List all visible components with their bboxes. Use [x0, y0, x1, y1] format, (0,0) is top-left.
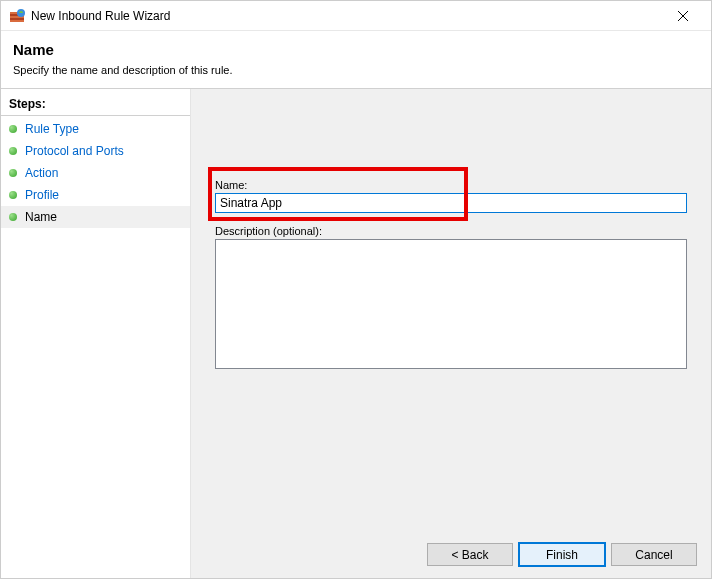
bullet-icon — [9, 213, 17, 221]
wizard-buttons: < Back Finish Cancel — [427, 543, 697, 566]
step-label: Name — [25, 210, 57, 224]
main-panel: Name: Description (optional): < Back Fin… — [191, 89, 711, 579]
step-label: Rule Type — [25, 122, 79, 136]
finish-button[interactable]: Finish — [519, 543, 605, 566]
bullet-icon — [9, 125, 17, 133]
step-action[interactable]: Action — [1, 162, 190, 184]
step-name[interactable]: Name — [1, 206, 190, 228]
firewall-icon — [9, 8, 25, 24]
step-label: Action — [25, 166, 58, 180]
window-title: New Inbound Rule Wizard — [31, 9, 663, 23]
cancel-button[interactable]: Cancel — [611, 543, 697, 566]
page-title: Name — [13, 41, 699, 58]
step-label: Protocol and Ports — [25, 144, 124, 158]
titlebar: New Inbound Rule Wizard — [1, 1, 711, 31]
bullet-icon — [9, 191, 17, 199]
description-input[interactable] — [215, 239, 687, 369]
page-subtitle: Specify the name and description of this… — [13, 64, 699, 76]
steps-heading: Steps: — [1, 93, 190, 116]
name-input[interactable] — [215, 193, 687, 213]
close-icon — [678, 11, 688, 21]
bullet-icon — [9, 169, 17, 177]
step-label: Profile — [25, 188, 59, 202]
name-label: Name: — [215, 179, 687, 191]
bullet-icon — [9, 147, 17, 155]
back-button[interactable]: < Back — [427, 543, 513, 566]
step-profile[interactable]: Profile — [1, 184, 190, 206]
close-button[interactable] — [663, 2, 703, 30]
step-protocol-and-ports[interactable]: Protocol and Ports — [1, 140, 190, 162]
description-label: Description (optional): — [215, 225, 687, 237]
wizard-header: Name Specify the name and description of… — [1, 31, 711, 89]
step-rule-type[interactable]: Rule Type — [1, 118, 190, 140]
svg-rect-3 — [10, 20, 24, 22]
steps-sidebar: Steps: Rule Type Protocol and Ports Acti… — [1, 89, 191, 579]
